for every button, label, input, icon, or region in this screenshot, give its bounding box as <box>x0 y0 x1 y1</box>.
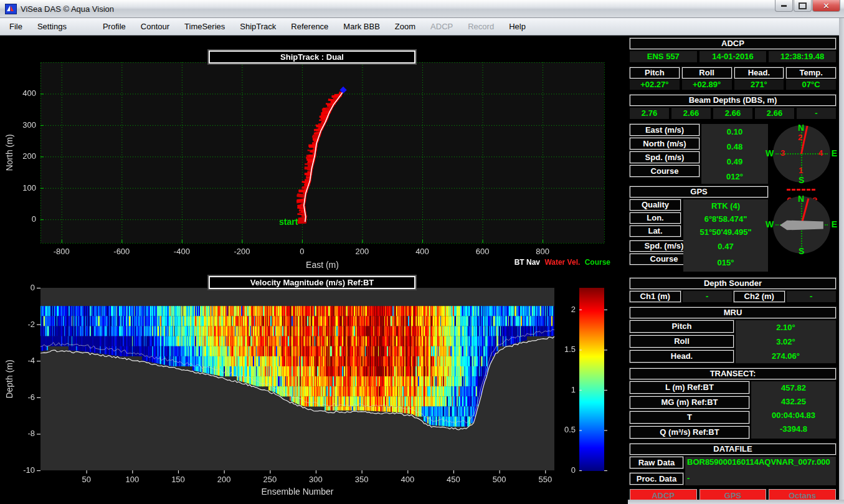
nav-speed-value: 0.49 <box>701 157 768 166</box>
legend-water-vel: Water Vel. <box>544 258 580 267</box>
beam-depth-1: 2.76 <box>630 108 669 119</box>
mru-heading-label: Head. <box>630 350 734 363</box>
compass-east-label: E <box>832 148 837 158</box>
shiptrack-plot-title: ShipTrack : Dual <box>209 50 415 64</box>
beam-depth-4: 2.66 <box>755 108 794 119</box>
nav-east-value: 0.10 <box>701 127 768 136</box>
transect-madegood-label: MG (m) Ref:BT <box>630 396 749 409</box>
transect-length-label: L (m) Ref:BT <box>630 381 749 394</box>
transect-panel-header: TRANSECT: <box>630 368 836 379</box>
maximize-icon <box>799 2 807 9</box>
compass-west-label: W <box>766 148 774 158</box>
minimize-button[interactable] <box>775 0 793 12</box>
compass-north-label: N <box>798 123 804 133</box>
nav-speed-label: Spd. (m/s) <box>630 151 699 163</box>
adcp-roll-label: Roll <box>682 67 732 78</box>
adcp-temp-value: 07°C <box>786 80 836 90</box>
menu-profile[interactable]: Profile <box>97 20 131 33</box>
gps-compass-north-label: N <box>798 194 804 204</box>
adcp-heading-label: Head. <box>734 67 784 78</box>
ds-ch1-label: Ch1 (m) <box>630 291 681 302</box>
menu-bar: File Settings Profile Contour TimeSeries… <box>0 18 844 36</box>
gps-quality-label: Quality <box>630 199 681 211</box>
velocity-plot-canvas[interactable] <box>0 272 628 504</box>
adcp-date: 14-01-2016 <box>699 51 767 62</box>
adcp-panel-header: ADCP <box>630 38 836 49</box>
legend-course: Course <box>585 258 610 267</box>
legend-bt-nav: BT Nav <box>514 258 540 267</box>
app-icon <box>5 4 17 14</box>
mru-heading-value: 274.06° <box>736 349 836 363</box>
ds-ch1-value: - <box>683 291 733 302</box>
gps-quality-value: RTK (4) <box>683 199 768 212</box>
water-velocity-compass: N S W E 2 1 3 4 <box>773 125 830 183</box>
depth-sounder-header: Depth Sounder <box>630 278 836 289</box>
adcp-time: 12:38:19.48 <box>769 51 836 62</box>
beam-depth-2: 2.66 <box>671 108 711 119</box>
proc-data-label: Proc. Data <box>630 473 683 485</box>
adcp-roll-value: +02.89° <box>682 80 732 90</box>
nav-north-label: North (m/s) <box>630 138 699 150</box>
menu-help[interactable]: Help <box>503 20 531 33</box>
menu-markbbb[interactable]: Mark BBB <box>338 20 386 33</box>
title-bar[interactable]: ViSea DAS © Aqua Vision ✕ <box>0 0 844 18</box>
close-button[interactable]: ✕ <box>812 0 840 12</box>
shiptrack-legend: BT Nav Water Vel. Course <box>512 258 610 267</box>
compass-scale-2: 2 <box>798 133 802 142</box>
adcp-heading-value: 271° <box>734 80 784 90</box>
menu-contour[interactable]: Contour <box>135 20 175 33</box>
adcp-temp-label: Temp. <box>786 67 836 78</box>
gps-lon-label: Lon. <box>630 212 681 224</box>
mru-pitch-label: Pitch <box>630 320 734 333</box>
instrument-sidebar: ADCP ENS 557 14-01-2016 12:38:19.48 Pitc… <box>628 36 839 504</box>
transect-length-value: 457.82 <box>751 381 836 395</box>
proc-data-value: - <box>687 474 836 482</box>
gps-panel-header: GPS <box>630 186 768 197</box>
menu-reference[interactable]: Reference <box>285 20 334 33</box>
mru-roll-value: 3.02° <box>736 335 836 349</box>
app-icon-sail-white <box>7 6 10 11</box>
menu-file[interactable]: File <box>4 20 28 33</box>
adcp-pitch-label: Pitch <box>630 67 680 78</box>
mru-roll-label: Roll <box>630 335 734 348</box>
velocity-plot-title: Velocity Magnitude (m/s) Ref:BT <box>209 276 415 289</box>
transect-time-label: T <box>630 411 749 424</box>
adcp-ensemble: ENS 557 <box>630 51 697 62</box>
mru-pitch-value: 2.10° <box>736 320 836 335</box>
gps-speed-value: 0.47 <box>683 239 768 255</box>
menu-shiptrack[interactable]: ShipTrack <box>234 20 282 33</box>
mru-panel-header: MRU <box>630 307 836 318</box>
adcp-pitch-value: +02.27° <box>630 80 680 90</box>
datafile-panel-header: DATAFILE <box>630 444 836 455</box>
app-icon-sail-red <box>11 6 14 11</box>
app-window: ViSea DAS © Aqua Vision ✕ File Settings … <box>0 0 844 504</box>
compass-scale-1: 1 <box>799 166 803 175</box>
menu-settings[interactable]: Settings <box>32 20 72 33</box>
raw-data-label: Raw Data <box>630 457 683 468</box>
transect-madegood-value: 432.25 <box>751 395 836 409</box>
shiptrack-plot-canvas[interactable] <box>0 36 628 272</box>
gps-compass-west-label: W <box>766 219 774 229</box>
ship-heading-glyph <box>780 220 825 231</box>
beam-depth-3: 2.66 <box>713 108 752 119</box>
compass-scale-3: 3 <box>780 148 785 158</box>
gps-lat-value: 51°50'49.495" <box>683 226 768 239</box>
minimize-icon <box>781 5 787 7</box>
gps-lat-label: Lat. <box>630 226 681 237</box>
plot-area: ShipTrack : Dual Velocity Magnitude (m/s… <box>0 36 628 504</box>
menu-zoom[interactable]: Zoom <box>389 20 421 33</box>
compass-scale-4: 4 <box>818 148 823 158</box>
maximize-button[interactable] <box>794 0 812 12</box>
gps-course-compass: N S W E <box>773 196 830 254</box>
menu-record: Record <box>462 20 500 33</box>
menu-timeseries[interactable]: TimeSeries <box>179 20 230 33</box>
ds-ch2-label: Ch2 (m) <box>734 291 785 302</box>
nav-north-value: 0.48 <box>701 142 768 151</box>
menu-adcp: ADCP <box>425 20 458 33</box>
gps-course-value: 015° <box>683 255 768 271</box>
beam-depth-5: - <box>797 108 836 119</box>
transect-discharge-label: Q (m³/s) Ref:BT <box>630 426 749 439</box>
gps-lon-value: 6°8'58.474" <box>683 212 768 226</box>
beam-depths-header: Beam Depths (DBS, m) <box>630 95 836 106</box>
ds-ch2-value: - <box>787 291 837 302</box>
